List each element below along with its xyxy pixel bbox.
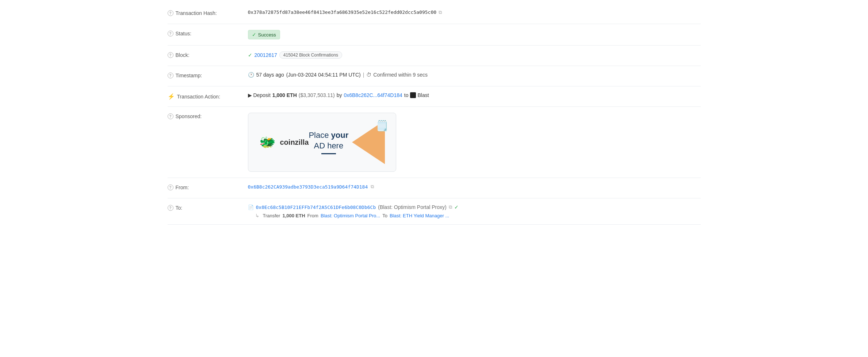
transfer-from-label: From <box>307 213 318 218</box>
coinzilla-text: coinzilla <box>280 138 309 147</box>
block-number-link[interactable]: 20012617 <box>255 52 277 58</box>
transfer-arrow-icon: ↳ <box>255 213 259 218</box>
deposit-by: by <box>337 92 342 98</box>
ad-box[interactable]: 🐲 coinzilla Place your AD here <box>248 113 397 172</box>
confirmed-text: ⏱ Confirmed within 9 secs <box>366 72 428 78</box>
deposit-amount: 1,000 ETH <box>272 92 297 98</box>
timestamp-content: 🕐 57 days ago (Jun-03-2024 04:54:11 PM U… <box>248 72 428 78</box>
timestamp-value: 🕐 57 days ago (Jun-03-2024 04:54:11 PM U… <box>248 72 701 78</box>
blast-square-icon <box>410 92 416 98</box>
from-address-link[interactable]: 0x6B8c262CA939adbe3793D3eca519a9D64f74D1… <box>248 184 368 190</box>
deposit-usd: ($3,307,503.11) <box>299 92 335 98</box>
to-main-line: 📄 0x0Ec68c5B10F21EFFb74f2A5C61DFe6b08C0D… <box>248 204 459 210</box>
transaction-action-value: ▶ Deposit 1,000 ETH ($3,307,503.11) by 0… <box>248 92 701 98</box>
deposit-from-link[interactable]: 0x6B8c262C...64f74D184 <box>344 92 402 98</box>
clock-icon: 🕐 <box>248 72 254 78</box>
from-row: ? From: 0x6B8c262CA939adbe3793D3eca519a9… <box>168 178 701 198</box>
block-value: ✓ 20012617 415042 Block Confirmations <box>248 51 701 59</box>
timestamp-ago: 57 days ago <box>256 72 284 78</box>
timestamp-row: ? Timestamp: 🕐 57 days ago (Jun-03-2024 … <box>168 66 701 86</box>
copy-to-icon[interactable]: ⧉ <box>449 204 452 210</box>
help-icon-block[interactable]: ? <box>168 52 173 58</box>
to-label: ? To: <box>168 204 248 211</box>
help-icon-from[interactable]: ? <box>168 185 173 190</box>
ad-underline <box>321 153 336 154</box>
copy-from-icon[interactable]: ⧉ <box>371 184 374 190</box>
success-check-icon: ✓ <box>252 32 256 38</box>
ad-decoration: 🗒️ <box>348 120 385 164</box>
ad-center: Place your AD here <box>309 130 348 154</box>
confirmations-badge: 415042 Block Confirmations <box>279 51 342 59</box>
blast-label: Blast <box>417 92 429 98</box>
alarm-icon: ⏱ <box>366 72 371 78</box>
deposit-prefix: ▶ Deposit <box>248 92 271 98</box>
transfer-from-link[interactable]: Blast: Optimism Portal Pro... <box>321 213 380 218</box>
to-row: ? To: 📄 0x0Ec68c5B10F21EFFb74f2A5C61DFe6… <box>168 198 701 225</box>
transfer-amount: 1,000 ETH <box>282 213 305 218</box>
to-content: 📄 0x0Ec68c5B10F21EFFb74f2A5C61DFe6b08C0D… <box>248 204 459 218</box>
from-value: 0x6B8c262CA939adbe3793D3eca519a9D64f74D1… <box>248 184 701 190</box>
block-label: ? Block: <box>168 51 248 58</box>
timestamp-separator: | <box>363 72 364 78</box>
timestamp-label: ? Timestamp: <box>168 72 248 78</box>
block-row: ? Block: ✓ 20012617 415042 Block Confirm… <box>168 46 701 66</box>
contract-icon: 📄 <box>248 205 254 210</box>
transfer-row: ↳ Transfer 1,000 ETH From Blast: Optimis… <box>248 213 459 218</box>
blast-badge: Blast <box>410 92 429 98</box>
transaction-action-label: ⚡ Transaction Action: <box>168 92 248 100</box>
transaction-hash-row: ? Transaction Hash: 0x378a72875fd87a38ee… <box>168 4 701 24</box>
coinzilla-emoji: 🐲 <box>259 135 276 150</box>
transfer-label: Transfer <box>263 213 280 218</box>
status-row: ? Status: ✓ Success <box>168 24 701 46</box>
help-icon-status[interactable]: ? <box>168 31 173 36</box>
help-icon-timestamp[interactable]: ? <box>168 73 173 78</box>
transfer-to-link[interactable]: Blast: ETH Yield Manager ... <box>390 213 449 218</box>
transaction-hash-value: 0x378a72875fd87a38ee46f8413ee3fa6863935e… <box>248 9 701 15</box>
timestamp-date: (Jun-03-2024 04:54:11 PM UTC) <box>286 72 361 78</box>
to-value: 📄 0x0Ec68c5B10F21EFFb74f2A5C61DFe6b08C0D… <box>248 204 701 218</box>
help-icon-to[interactable]: ? <box>168 205 173 211</box>
from-address-container: 0x6B8c262CA939adbe3793D3eca519a9D64f74D1… <box>248 184 374 190</box>
tx-action-content: ▶ Deposit 1,000 ETH ($3,307,503.11) by 0… <box>248 92 429 98</box>
from-label: ? From: <box>168 184 248 190</box>
to-contract-link[interactable]: 0x0Ec68c5B10F21EFFb74f2A5C61DFe6b08C0Db6… <box>256 205 376 210</box>
lightning-icon: ⚡ <box>168 93 175 100</box>
verified-icon: ✓ <box>454 204 459 210</box>
transaction-action-row: ⚡ Transaction Action: ▶ Deposit 1,000 ET… <box>168 86 701 107</box>
coinzilla-left: 🐲 coinzilla <box>259 135 309 150</box>
block-check-icon: ✓ <box>248 52 252 58</box>
sponsored-value: 🐲 coinzilla Place your AD here <box>248 113 701 172</box>
status-badge: ✓ Success <box>248 30 280 39</box>
ad-place-text: Place your AD here <box>309 130 348 151</box>
hash-text: 0x378a72875fd87a38ee46f8413ee3fa6863935e… <box>248 9 437 15</box>
help-icon-sponsored[interactable]: ? <box>168 113 173 119</box>
contract-name: (Blast: Optimism Portal Proxy) <box>378 204 446 210</box>
copy-hash-icon[interactable]: ⧉ <box>439 9 442 15</box>
transaction-hash-label: ? Transaction Hash: <box>168 9 248 16</box>
sponsored-row: ? Sponsored: 🐲 coinzilla Place your AD h… <box>168 107 701 178</box>
transfer-to-label: To <box>382 213 387 218</box>
help-icon-hash[interactable]: ? <box>168 10 173 16</box>
sponsored-label: ? Sponsored: <box>168 113 248 119</box>
ad-emoji: 🗒️ <box>376 120 389 132</box>
status-value: ✓ Success <box>248 30 701 39</box>
deposit-to-text: to <box>404 92 409 98</box>
status-label: ? Status: <box>168 30 248 36</box>
